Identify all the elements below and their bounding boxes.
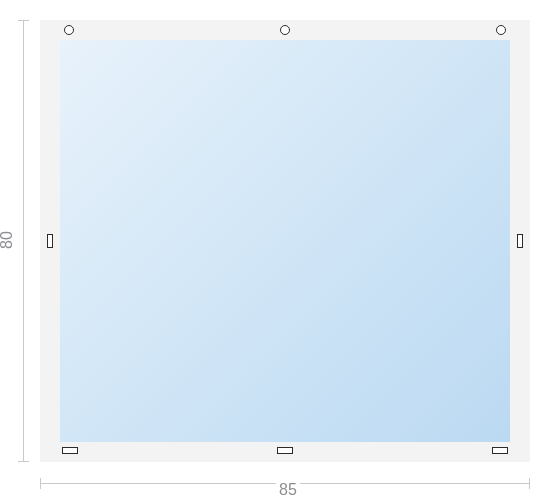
ring-icon — [64, 25, 74, 35]
ring-icon — [496, 25, 506, 35]
panel-diagram — [40, 20, 530, 480]
side-slot-icon — [47, 234, 53, 248]
side-slot-icon — [517, 234, 523, 248]
height-dimension-line — [23, 20, 24, 462]
height-dim-tick-top — [18, 20, 29, 21]
ring-icon — [280, 25, 290, 35]
frame — [40, 20, 530, 462]
bottom-slot-icon — [62, 447, 78, 454]
bottom-slot-icon — [492, 447, 508, 454]
height-dim-tick-bottom — [18, 461, 29, 462]
width-dimension-label: 85 — [276, 481, 300, 499]
bottom-slot-icon — [277, 447, 293, 454]
height-dimension-label: 80 — [0, 231, 16, 249]
glass-pane — [60, 40, 510, 442]
